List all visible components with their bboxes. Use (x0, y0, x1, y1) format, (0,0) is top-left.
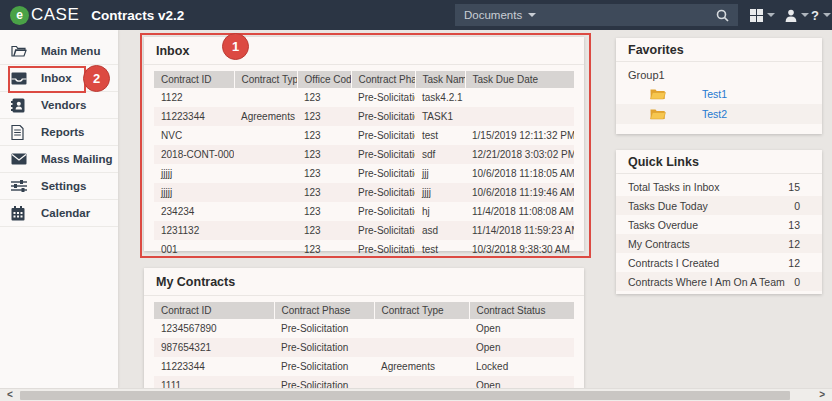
annotation-callout-1: 1 (222, 33, 249, 60)
quick-link-item[interactable]: Contracts Where I Am On A Team0 (616, 272, 822, 291)
logo-text: CASE (31, 5, 79, 25)
table-row[interactable]: jjjjj123Pre-Solicitationjjj10/6/2018 11:… (154, 164, 574, 183)
table-cell: 1231132 (154, 221, 234, 240)
user-menu-button[interactable] (785, 0, 809, 30)
table-cell: Agreements (374, 357, 469, 376)
table-cell: Pre-Solicitation (274, 319, 374, 338)
table-cell: Pre-Solicitation (351, 126, 415, 145)
chevron-down-icon (767, 13, 775, 17)
quick-link-item[interactable]: Contracts I Created12 (616, 253, 822, 272)
table-row[interactable]: 987654321Pre-SolicitationOpen (154, 338, 574, 357)
user-icon (785, 9, 797, 22)
favorite-link[interactable]: Test1 (702, 88, 727, 100)
table-row[interactable]: 2018-CONT-00050123Pre-Solicitationsdf12/… (154, 145, 574, 164)
inbox-icon (11, 70, 27, 86)
quick-link-item[interactable]: Total Tasks in Inbox15 (616, 177, 822, 196)
column-header[interactable]: Task Due Date (465, 71, 574, 88)
quick-link-item[interactable]: Tasks Due Today0 (616, 196, 822, 215)
sidebar-item-vendors[interactable]: Vendors (0, 92, 118, 119)
quick-link-label: Tasks Due Today (628, 200, 708, 212)
table-row[interactable]: 1231132123Pre-Solicitationasd11/14/2018 … (154, 221, 574, 240)
table-cell: 11/14/2018 11:59:23 AM (465, 221, 574, 240)
favorites-group-label: Group1 (616, 62, 822, 84)
column-header[interactable]: Contract Phase (351, 71, 415, 88)
table-cell: Locked (469, 357, 574, 376)
scroll-left-icon[interactable]: < (7, 389, 13, 401)
chevron-down-icon (528, 13, 536, 17)
sidebar-item-label: Main Menu (41, 45, 100, 57)
sidebar-item-mass-mailing[interactable]: Mass Mailing (0, 146, 118, 173)
table-cell: hj (415, 202, 465, 221)
table-cell: 2018-CONT-00050 (154, 145, 234, 164)
favorite-item[interactable]: Test1 (616, 84, 822, 104)
column-header[interactable]: Contract Type (234, 71, 297, 88)
scroll-right-icon[interactable]: > (819, 389, 825, 401)
app-window: e CASE Contracts v2.2 Documents ? (0, 0, 832, 401)
apps-menu-button[interactable] (750, 0, 775, 30)
quick-link-value: 12 (788, 238, 800, 250)
quick-link-item[interactable]: Tasks Overdue13 (616, 215, 822, 234)
table-cell: 987654321 (154, 338, 274, 357)
table-cell: test (415, 126, 465, 145)
scrollbar-thumb[interactable] (20, 391, 790, 400)
table-cell: 123 (297, 88, 351, 107)
search-scope-dropdown[interactable]: Documents (464, 9, 522, 21)
column-header[interactable]: Contract Phase (274, 302, 374, 319)
table-row[interactable]: 1122123Pre-Solicitationtask4.2.1 (154, 88, 574, 107)
table-row[interactable]: NVC123Pre-Solicitationtest1/15/2019 12:1… (154, 126, 574, 145)
table-row[interactable]: 11223344Pre-SolicitationAgreementsLocked (154, 357, 574, 376)
quick-link-label: Total Tasks in Inbox (628, 181, 719, 193)
table-cell: 123 (297, 221, 351, 240)
quick-link-item[interactable]: My Contracts12 (616, 234, 822, 253)
table-cell: TASK1 (415, 107, 465, 126)
column-header[interactable]: Office Code (297, 71, 351, 88)
column-header[interactable]: Contract Status (469, 302, 574, 319)
table-cell: Pre-Solicitation (274, 357, 374, 376)
column-header[interactable]: Contract Type (374, 302, 469, 319)
sidebar-item-reports[interactable]: Reports (0, 119, 118, 146)
search-input[interactable]: Documents (455, 4, 738, 26)
favorite-link[interactable]: Test2 (702, 108, 727, 120)
table-row[interactable]: 001123Pre-Solicitationtest10/3/2018 9:38… (154, 240, 574, 259)
report-document-icon (11, 124, 27, 140)
help-menu-button[interactable]: ? (811, 0, 831, 30)
table-cell: 123 (297, 145, 351, 164)
table-cell: Pre-Solicitation (351, 202, 415, 221)
table-cell: 123 (297, 107, 351, 126)
quick-links-panel: Quick Links Total Tasks in Inbox15Tasks … (616, 150, 822, 294)
sidebar-item-label: Reports (41, 126, 84, 138)
quick-links-list: Total Tasks in Inbox15Tasks Due Today0Ta… (616, 174, 822, 291)
search-icon[interactable] (716, 9, 729, 22)
table-cell: 12/21/2018 3:03:02 PM (465, 145, 574, 164)
folder-open-icon (11, 43, 27, 59)
quick-link-label: Contracts Where I Am On A Team (628, 276, 785, 288)
quick-link-label: Contracts I Created (628, 257, 719, 269)
favorite-item[interactable]: Test2 (616, 104, 822, 124)
sidebar-item-calendar[interactable]: Calendar (0, 200, 118, 227)
table-cell: 123 (297, 202, 351, 221)
sidebar-item-settings[interactable]: Settings (0, 173, 118, 200)
quick-link-label: Tasks Overdue (628, 219, 698, 231)
horizontal-scrollbar[interactable]: < > (0, 388, 832, 401)
table-row[interactable]: 1234567890Pre-SolicitationOpen (154, 319, 574, 338)
quick-link-value: 12 (788, 257, 800, 269)
column-header[interactable]: Contract ID (154, 71, 234, 88)
table-row[interactable]: 11223344Agreements123Pre-SolicitationTAS… (154, 107, 574, 126)
inbox-panel: Inbox Contract IDContract TypeOffice Cod… (144, 37, 584, 251)
table-row[interactable]: 234234123Pre-Solicitationhj11/4/2018 11:… (154, 202, 574, 221)
table-cell (234, 126, 297, 145)
table-cell: jjjjj (154, 164, 234, 183)
table-cell (374, 338, 469, 357)
favorites-panel-title: Favorites (616, 38, 822, 62)
column-header[interactable]: Contract ID (154, 302, 274, 319)
column-header[interactable]: Task Name (415, 71, 465, 88)
ecase-logo: e CASE (10, 5, 79, 25)
top-navbar: e CASE Contracts v2.2 Documents ? (0, 0, 832, 30)
table-cell: jjjjj (154, 183, 234, 202)
table-cell: Pre-Solicitation (351, 183, 415, 202)
table-row[interactable]: jjjjj123Pre-Solicitationjjjj10/6/2018 11… (154, 183, 574, 202)
table-cell: task4.2.1 (415, 88, 465, 107)
table-cell (374, 319, 469, 338)
sidebar-item-main-menu[interactable]: Main Menu (0, 38, 118, 65)
chevron-down-icon (823, 13, 831, 17)
